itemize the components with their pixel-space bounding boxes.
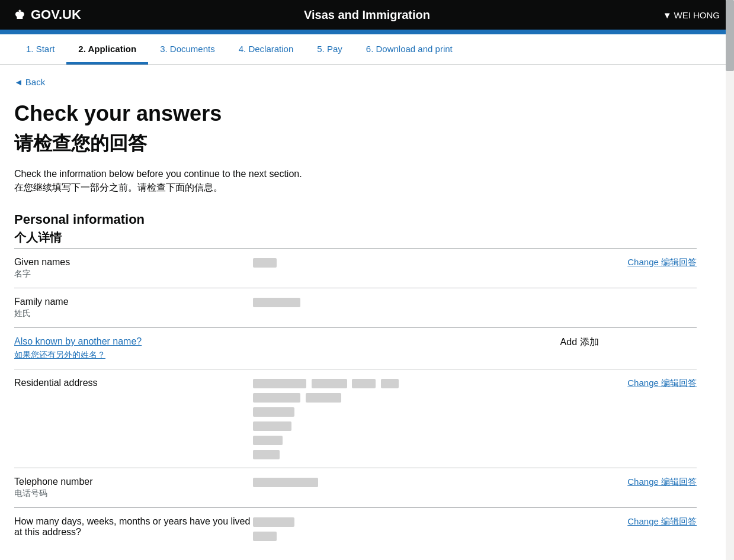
address-value-line3: [253, 406, 560, 417]
back-link[interactable]: ◄ Back: [14, 77, 45, 87]
step-documents[interactable]: 3. Documents: [148, 34, 227, 65]
user-menu[interactable]: ▼ WEI HONG: [663, 10, 720, 20]
progress-bar-fill: [0, 30, 624, 34]
page-title-zh: 请检查您的回答: [14, 131, 697, 157]
given-names-label-zh: 名字: [14, 269, 253, 279]
step-application[interactable]: 2. Application: [66, 34, 148, 65]
telephone-label-zh: 电话号码: [14, 488, 253, 499]
address-value-line4: [253, 420, 560, 431]
table-row: Residential address: [14, 369, 697, 468]
table-row: Given names 名字 Change 编辑回答: [14, 249, 697, 288]
residential-address-change-link[interactable]: Change 编辑回答: [627, 378, 697, 388]
step-pay[interactable]: 5. Pay: [305, 34, 354, 65]
table-row: Family name 姓氏: [14, 288, 697, 328]
also-known-label-en[interactable]: Also known by another name?: [14, 336, 560, 347]
also-known-add-link[interactable]: Add 添加: [560, 337, 599, 347]
user-name: WEI HONG: [674, 10, 720, 20]
page-title-en: Check your answers: [14, 101, 697, 126]
service-title: Visas and Immigration: [304, 8, 430, 22]
description-en: Check the information below before you c…: [14, 169, 697, 179]
duration-value-line2: [253, 530, 560, 541]
dropdown-icon: ▼: [663, 10, 672, 20]
description-block: Check the information below before you c…: [14, 169, 697, 194]
telephone-value: [253, 478, 318, 487]
address-value-line6: [253, 449, 560, 459]
telephone-change-link[interactable]: Change 编辑回答: [627, 477, 697, 487]
section-heading-zh: 个人详情: [14, 230, 697, 246]
family-name-label-zh: 姓氏: [14, 308, 253, 319]
gov-logo[interactable]: ♚ GOV.UK: [14, 7, 81, 22]
crown-icon: ♚: [14, 8, 25, 22]
section-heading-en: Personal information: [14, 212, 697, 227]
progress-bar-container: [0, 30, 734, 34]
main-content: ◄ Back Check your answers 请检查您的回答 Check …: [0, 65, 711, 560]
step-declaration[interactable]: 4. Declaration: [227, 34, 306, 65]
logo-text: GOV.UK: [31, 7, 81, 22]
address-value-line5: [253, 435, 560, 445]
given-names-change-link[interactable]: Change 编辑回答: [627, 257, 697, 267]
table-row: How many days, weeks, months or years ha…: [14, 508, 697, 550]
table-row: Telephone number 电话号码 Change 编辑回答: [14, 468, 697, 508]
also-known-label-zh[interactable]: 如果您还有另外的姓名？: [14, 349, 560, 361]
given-names-label-en: Given names: [14, 257, 253, 268]
personal-info-table: Given names 名字 Change 编辑回答 Family name 姓…: [14, 248, 697, 549]
family-name-value: [253, 298, 300, 307]
step-navigation: 1. Start 2. Application 3. Documents 4. …: [0, 34, 734, 65]
scrollbar-track[interactable]: [726, 0, 734, 560]
duration-label-en: How many days, weeks, months or years ha…: [14, 516, 253, 538]
telephone-label-en: Telephone number: [14, 477, 253, 487]
duration-value-line1: [253, 516, 560, 527]
given-names-value: [253, 258, 277, 268]
description-zh: 在您继续填写下一部分之前。请检查下面的信息。: [14, 182, 697, 194]
family-name-label-en: Family name: [14, 297, 253, 307]
step-start[interactable]: 1. Start: [14, 34, 66, 65]
site-header: ♚ GOV.UK Visas and Immigration ▼ WEI HON…: [0, 0, 734, 30]
address-value-line1: [253, 378, 560, 388]
back-arrow-icon: ◄: [14, 77, 23, 87]
step-download[interactable]: 6. Download and print: [354, 34, 464, 65]
address-value-line2: [253, 392, 560, 403]
residential-address-label-en: Residential address: [14, 378, 253, 388]
duration-change-link[interactable]: Change 编辑回答: [627, 516, 697, 526]
scrollbar-thumb[interactable]: [726, 0, 734, 71]
table-row: Also known by another name? 如果您还有另外的姓名？ …: [14, 328, 697, 369]
